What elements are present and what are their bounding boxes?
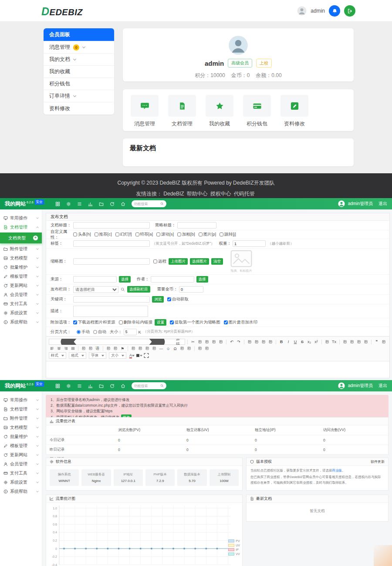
weight-input[interactable] [233,240,266,247]
sidebar-item-文档管理[interactable]: 文档管理 [0,222,42,232]
folder-icon[interactable] [99,384,104,388]
spellcheck-icon[interactable] [267,339,274,345]
ltr-icon[interactable] [81,346,87,351]
smiley-icon[interactable]: ☺ [165,346,171,351]
site-name[interactable]: 我的网站 [5,382,26,390]
select-field-icon[interactable] [204,346,210,351]
list-icon[interactable] [77,384,82,388]
italic-icon[interactable]: I [285,339,291,345]
source-button[interactable]: 源码 [49,339,185,345]
software-update-link[interactable]: 软件更新 [371,459,385,464]
paste-icon[interactable] [204,339,210,345]
member-sidebar-item[interactable]: 我的收藏 [44,66,114,78]
sidebar-item-会员管理[interactable]: 会员管理 [0,290,42,299]
search-input[interactable] [134,384,159,388]
sidebar-item-模板管理[interactable]: 模板管理 [0,441,42,450]
anchor-icon[interactable]: ⚑ [119,346,125,351]
blockquote-icon[interactable]: ❞ [374,339,380,345]
image-icon[interactable] [130,346,136,351]
sidebar-item-支付工具[interactable]: 支付工具 [0,299,42,308]
manual-radio[interactable] [77,330,81,334]
div-icon[interactable] [381,339,387,345]
auto-get-checkbox[interactable] [167,297,171,301]
dropdown-样式[interactable]: 样式 [49,352,66,359]
search-icon[interactable] [160,384,164,387]
sidebar-item-模板管理[interactable]: 模板管理 [0,272,42,281]
copy-icon[interactable] [197,339,203,345]
footer-link[interactable]: 授权中心 [210,191,231,197]
align-left-icon[interactable] [49,346,55,351]
source-input[interactable] [73,276,117,283]
source-choose-button[interactable]: 选择 [119,276,131,283]
paste-word-icon[interactable] [218,339,224,345]
user-avatar-icon[interactable] [297,6,307,16]
chart-icon[interactable] [88,202,93,206]
browse-button[interactable]: 浏览 [152,296,164,303]
attr-checkbox[interactable] [199,232,203,236]
outdent-icon[interactable] [356,339,362,345]
remote-checkbox[interactable] [153,259,157,263]
indent-icon[interactable] [363,339,369,345]
member-sidebar-item[interactable]: 资料修改 [44,102,114,115]
refresh-icon[interactable] [110,384,115,388]
extra-checkbox[interactable] [73,320,77,324]
language-icon[interactable]: 语 [95,346,101,351]
text-color-button[interactable]: A [129,353,135,358]
shortcut-资料修改[interactable]: 资料修改 [280,95,308,125]
site-name[interactable]: 我的网站 [5,200,26,208]
admin-avatar-icon[interactable] [338,382,345,389]
iframe-icon[interactable] [186,346,192,351]
search-input[interactable] [134,202,159,206]
attr-checkbox[interactable] [115,232,119,236]
sidebar-item-批量维护[interactable]: 批量维护 [0,432,42,441]
flash-icon[interactable] [137,346,143,351]
select-all-icon[interactable] [260,339,267,345]
logout-link[interactable]: 退出 [378,383,387,389]
footer-link[interactable]: 代码托管 [234,191,255,197]
grid-icon[interactable] [55,202,60,206]
member-sidebar-item[interactable]: 订单详情 [44,90,114,102]
page-break-icon[interactable] [179,346,185,351]
footer-link[interactable]: 帮助中心 [187,191,208,197]
doc-title-input[interactable] [73,222,150,229]
shortcut-文档管理[interactable]: 文档管理 [168,95,196,125]
align-center-icon[interactable] [56,346,62,351]
sidebar-item-系统帮助[interactable]: 系统帮助 [0,487,42,496]
home-icon[interactable] [121,384,125,388]
member-sidebar-item[interactable]: 我的文档 [44,54,114,66]
notifications-button[interactable] [329,5,340,17]
sidebar-item-附件管理[interactable]: 附件管理 [0,244,42,253]
rtl-icon[interactable] [88,346,94,351]
sidebar-item-文档模型[interactable]: 文档模型 [0,253,42,263]
remove-format-icon[interactable]: Tx [331,339,337,345]
sidebar-item-常用操作[interactable]: 常用操作 [0,395,42,404]
thumbnail-input[interactable] [73,258,150,265]
grid-icon[interactable] [55,384,60,388]
coin-input[interactable] [179,286,203,293]
undo-icon[interactable]: ↶ [229,339,235,345]
gear-icon[interactable] [66,202,71,206]
attr-checkbox[interactable] [73,232,77,236]
search-icon[interactable] [160,202,164,206]
auto-radio[interactable] [93,330,97,334]
logout-link[interactable]: 退出 [378,201,387,207]
member-sidebar-item[interactable]: 会员面板 [44,28,114,41]
table-icon[interactable] [151,346,157,351]
attr-checkbox[interactable] [156,232,160,236]
sidebar-item-系统设置[interactable]: 系统设置 [0,308,42,317]
find-icon[interactable] [247,339,253,345]
refresh-icon[interactable] [110,202,115,206]
copy-format-icon[interactable] [324,339,330,345]
setting-button[interactable]: 设置 [155,319,166,326]
superscript-icon[interactable]: x² [313,339,319,345]
unlink-icon[interactable] [112,346,118,351]
sidebar-item-文档模型[interactable]: 文档模型 [0,423,42,432]
shortcut-积分钱包[interactable]: 积分钱包 [243,95,271,125]
shortcut-我的收藏[interactable]: 我的收藏 [206,95,233,125]
tag-input[interactable] [73,240,150,247]
gear-icon[interactable] [66,384,71,388]
sidebar-item-附件管理[interactable]: 附件管理 [0,414,42,423]
dropdown-格式[interactable]: 格式 [69,352,86,359]
dropdown-字体[interactable]: 字体 [89,352,106,359]
home-icon[interactable] [121,202,125,206]
